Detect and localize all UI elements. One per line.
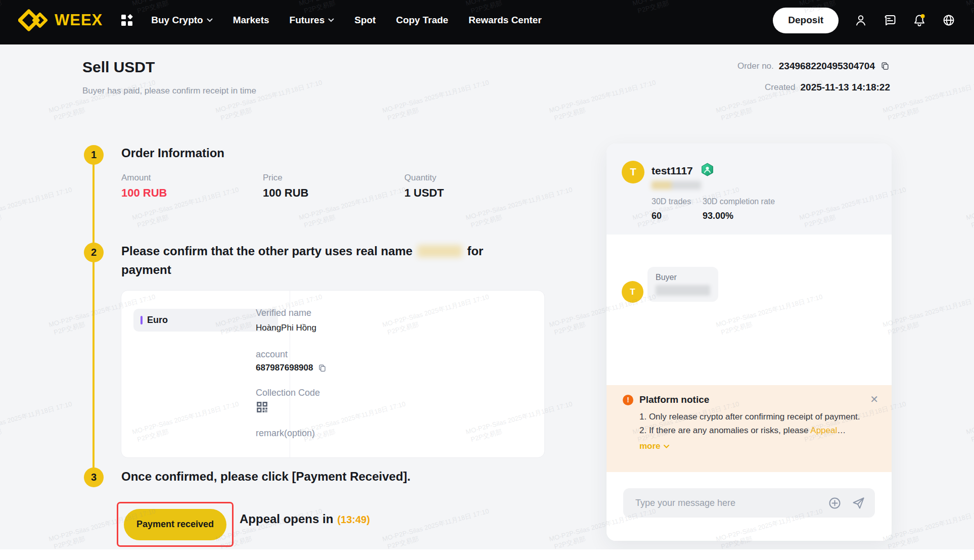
step-1-badge: 1 [84, 145, 104, 165]
language-globe-icon[interactable] [942, 13, 956, 27]
brand-name: WEEX [55, 11, 103, 29]
nav-markets[interactable]: Markets [233, 15, 269, 26]
watermark-text: MO-P2P-Silas 2025年11月18日 17:10P2P交易部 [0, 185, 75, 230]
watermark-text: MO-P2P-Silas 2025年11月18日 17:10P2P交易部 [0, 399, 75, 444]
notice-line1: 1. Only release crypto after confirming … [639, 412, 860, 422]
nav-spot[interactable]: Spot [354, 15, 376, 26]
nav-rewards-center[interactable]: Rewards Center [469, 15, 542, 26]
counterparty-avatar[interactable]: T [622, 161, 644, 183]
nav-buy-crypto[interactable]: Buy Crypto [151, 15, 212, 26]
watermark-text: MO-P2P-Silas 2025年11月18日 17:10P2P交易部 [548, 78, 659, 123]
nav-copy-trade-label: Copy Trade [396, 15, 448, 26]
watermark-text: MO-P2P-Silas 2025年11月18日 17:10P2P交易部 [298, 185, 408, 230]
redacted-contact [652, 181, 701, 190]
notification-dot [921, 14, 925, 18]
chevron-down-icon [328, 18, 334, 22]
price-value: 100 RUB [263, 186, 308, 200]
remark-label: remark(option) [256, 428, 315, 439]
redacted-real-name [418, 245, 462, 257]
nav-rewards-center-label: Rewards Center [469, 15, 542, 26]
watermark-text: MO-P2P-Silas 2025年11月18日 17:10P2P交易部 [214, 78, 325, 123]
step-2-title-before: Please confirm that the other party uses… [121, 244, 412, 258]
close-notice-icon[interactable]: ✕ [870, 393, 878, 405]
warning-icon: ! [623, 395, 633, 405]
amount-label: Amount [121, 173, 167, 183]
chevron-down-icon [664, 445, 669, 448]
stat-30d-trades: 30D trades 60 [652, 197, 691, 221]
quantity-label: Quantity [404, 173, 444, 183]
step-2-badge: 2 [84, 243, 104, 262]
created-label: Created [765, 82, 795, 92]
stat-30d-completion: 30D completion rate 93.00% [703, 197, 775, 221]
appeal-link[interactable]: Appeal [810, 426, 837, 435]
buyer-avatar: T [622, 281, 643, 303]
weex-logo[interactable]: WEEX [18, 9, 103, 31]
nav-buy-crypto-label: Buy Crypto [151, 15, 203, 26]
platform-notice-title: Platform notice [639, 394, 709, 405]
amount-value: 100 RUB [121, 186, 167, 200]
chevron-down-icon [207, 18, 213, 22]
step-3-title: Once confirmed, please click [Payment Re… [121, 470, 410, 484]
attach-plus-icon[interactable] [828, 496, 842, 510]
nav-futures[interactable]: Futures [290, 15, 335, 26]
notice-line2-suffix: … [837, 426, 846, 435]
platform-notice: ! Platform notice ✕ 1. Only release cryp… [607, 385, 892, 472]
message-input-wrap [623, 488, 875, 518]
amount-field: Amount 100 RUB [121, 173, 167, 200]
collection-code-label: Collection Code [256, 388, 320, 398]
chat-messages: T Buyer [607, 235, 892, 385]
step-1-title: Order Information [121, 146, 224, 160]
verified-name-label: Verified name [256, 308, 311, 318]
message-input[interactable] [635, 488, 822, 518]
platform-notice-body: 1. Only release crypto after confirming … [639, 410, 868, 437]
watermark-text: MO-P2P-Silas 2025年11月18日 17:10P2P交易部 [882, 292, 974, 337]
collection-code-qr-icon[interactable] [256, 401, 268, 413]
chat-input-area [607, 472, 892, 541]
stat-30d-completion-label: 30D completion rate [703, 197, 775, 206]
deposit-button[interactable]: Deposit [773, 8, 839, 33]
order-meta: Order no. 234968220495304704 Created 202… [737, 61, 890, 93]
account-row: 687987698908 [256, 363, 327, 373]
p2p-order-page: MO-P2P-Silas 2025年11月18日 17:10P2P交易部MO-P… [0, 0, 974, 560]
watermark-text: MO-P2P-Silas 2025年11月18日 17:10P2P交易部 [882, 78, 974, 123]
navbar-right: Deposit [773, 8, 956, 33]
counterparty-info: T test1117 30D trades 60 30D completion … [607, 144, 892, 235]
chat-message: T Buyer [622, 267, 718, 303]
top-navbar: WEEX Buy Crypto Markets Futures Spot [0, 0, 974, 44]
main-nav: Buy Crypto Markets Futures Spot Copy Tra… [151, 15, 541, 26]
orders-chat-icon[interactable] [883, 13, 897, 27]
created-row: Created 2025-11-13 14:18:22 [765, 82, 890, 93]
verified-name-value: HoàngPhi Hồng [256, 323, 316, 333]
method-name: Euro [147, 315, 168, 325]
apps-grid-icon[interactable] [120, 13, 134, 27]
watermark-text: MO-P2P-Silas 2025年11月18日 17:10P2P交易部 [882, 506, 974, 551]
page-title: Sell USDT [82, 59, 155, 76]
stat-30d-trades-value: 60 [652, 211, 691, 221]
account-value: 687987698908 [256, 363, 313, 373]
price-label: Price [263, 173, 308, 183]
payment-received-highlight-box: Payment received [117, 502, 234, 547]
watermark-text: MO-P2P-Silas 2025年11月18日 17:10P2P交易部 [381, 78, 492, 123]
platform-notice-header: ! Platform notice [623, 394, 878, 405]
nav-copy-trade[interactable]: Copy Trade [396, 15, 448, 26]
profile-icon[interactable] [854, 13, 868, 27]
send-message-icon[interactable] [852, 496, 865, 510]
redacted-message-content [656, 285, 710, 296]
nav-futures-label: Futures [290, 15, 325, 26]
payment-received-button[interactable]: Payment received [124, 509, 226, 540]
notice-more-toggle[interactable]: more [639, 441, 878, 451]
verified-merchant-badge-icon [701, 163, 714, 176]
appeal-countdown: Appeal opens in (13:49) [240, 512, 370, 526]
weex-logo-icon [18, 9, 50, 31]
watermark-text: MO-P2P-Silas 2025年11月18日 17:10P2P交易部 [965, 185, 974, 230]
appeal-timer: (13:49) [337, 514, 369, 526]
copy-account-icon[interactable] [317, 363, 327, 373]
counterparty-username[interactable]: test1117 [652, 165, 693, 177]
more-label: more [639, 441, 661, 451]
copy-order-no-icon[interactable] [880, 61, 890, 71]
buyer-sender-label: Buyer [656, 273, 710, 282]
watermark-text: MO-P2P-Silas 2025年11月18日 17:10P2P交易部 [381, 506, 492, 551]
notifications-bell-icon[interactable] [912, 13, 926, 27]
price-field: Price 100 RUB [263, 173, 308, 200]
nav-spot-label: Spot [354, 15, 376, 26]
